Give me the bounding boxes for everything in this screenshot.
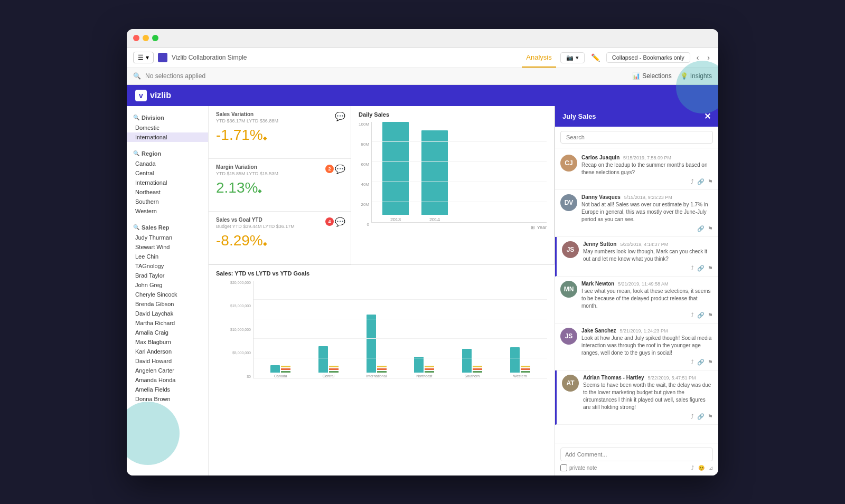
search-icon: 🔍 [133, 224, 139, 230]
comment-body: Jenny Sutton 5/20/2019, 4:14:37 PM May n… [583, 241, 713, 272]
markers [473, 366, 482, 373]
filter-item-martha[interactable]: Martha Richard [127, 318, 208, 328]
kpi-dot: ◆ [258, 188, 262, 194]
bar-group-2014: 2014 [421, 130, 448, 222]
link-icon[interactable]: 🔗 [697, 359, 705, 366]
comment-time: 5/15/2019, 7:58:09 PM [623, 155, 671, 160]
filter-item-amalia[interactable]: Amalia Craig [127, 328, 208, 337]
filter-item-judy[interactable]: Judy Thurman [127, 233, 208, 242]
close-button[interactable]: ✕ [704, 111, 711, 121]
bar-main [462, 349, 472, 373]
markers [329, 366, 339, 373]
link-icon[interactable]: 🔗 [697, 413, 705, 420]
filter-icon[interactable]: ⊿ [709, 465, 713, 471]
flag-icon[interactable]: ⚑ [708, 359, 713, 366]
filter-item-karl[interactable]: Karl Anderson [127, 347, 208, 356]
filter-item-amelia[interactable]: Amelia Fields [127, 385, 208, 394]
filter-item-domestic[interactable]: Domestic [127, 123, 208, 132]
search-input[interactable] [560, 131, 713, 144]
filter-header-division: 🔍 Division [127, 112, 208, 123]
share-icon[interactable]: ⤴ [691, 312, 694, 319]
next-button[interactable]: › [705, 52, 712, 63]
share-icon[interactable]: ⤴ [691, 359, 694, 366]
filter-item-southern[interactable]: Southern [127, 197, 208, 206]
link-icon[interactable]: 🔗 [697, 225, 705, 232]
selection-text: No selections applied [145, 72, 205, 80]
filter-item-amanda[interactable]: Amanda Honda [127, 375, 208, 385]
private-note-label: private note [569, 465, 597, 471]
grid-line [253, 299, 547, 300]
filter-item-canada[interactable]: Canada [127, 159, 208, 168]
comment-body: Danny Vasques 5/15/2019, 9:25:23 PM Not … [581, 194, 713, 232]
close-dot[interactable] [133, 35, 139, 41]
minimize-dot[interactable] [143, 35, 149, 41]
grid-line [253, 358, 547, 358]
comment-time: 5/15/2019, 9:25:23 PM [624, 195, 672, 200]
markers [377, 366, 387, 373]
filter-item-donna[interactable]: Donna Brown [127, 394, 208, 404]
flag-icon[interactable]: ⚑ [708, 225, 713, 232]
filter-item-david-h[interactable]: David Howard [127, 356, 208, 366]
flag-icon[interactable]: ⚑ [708, 312, 713, 319]
chat-icon: 💬 [335, 217, 345, 227]
marker-goal [329, 368, 339, 370]
y-label-100m: 100M [359, 122, 369, 127]
bookmarks-button[interactable]: Collapsed - Bookmarks only [606, 52, 690, 63]
flag-icon[interactable]: ⚑ [708, 178, 713, 185]
filter-item-david-l[interactable]: David Laychak [127, 309, 208, 318]
region-label-canada: Canada [274, 374, 287, 378]
region-bars [270, 365, 290, 373]
filter-item-stewart[interactable]: Stewart Wind [127, 242, 208, 252]
filter-item-lee[interactable]: Lee Chin [127, 252, 208, 261]
selections-button[interactable]: 📊 Selections [632, 72, 671, 80]
avatar-jake: JS [560, 328, 577, 345]
comment-actions: ⤴ 🔗 ⚑ [581, 178, 713, 185]
emoji-icon[interactable]: 😊 [698, 465, 705, 471]
filter-item-northeast[interactable]: Northeast [127, 187, 208, 197]
filter-item-john[interactable]: John Greg [127, 280, 208, 290]
filter-item-max[interactable]: Max Blagburn [127, 337, 208, 347]
filter-item-tagnology[interactable]: TAGnology [127, 261, 208, 271]
comments-list: CJ Carlos Juaquin 5/15/2019, 7:58:09 PM … [555, 148, 718, 443]
marker-ytd [377, 366, 387, 367]
region-label-northeast: Northeast [416, 374, 432, 378]
share-icon[interactable]: ⤴ [691, 413, 694, 420]
badge-count: 4 [325, 217, 334, 226]
filter-item-angelen[interactable]: Angelen Carter [127, 366, 208, 375]
bar-2013 [382, 122, 409, 215]
menu-button[interactable]: ☰ ▾ [133, 52, 154, 63]
filter-item-cheryle[interactable]: Cheryle Sincock [127, 290, 208, 299]
insights-button[interactable]: 💡 Insights [680, 72, 712, 80]
comment-item-jenny: JS Jenny Sutton 5/20/2019, 4:14:37 PM Ma… [555, 237, 718, 277]
share-icon[interactable]: ⤴ [691, 265, 694, 272]
link-icon[interactable]: 🔗 [697, 312, 705, 319]
filter-item-international[interactable]: International [127, 132, 208, 142]
prev-button[interactable]: ‹ [694, 52, 701, 63]
filter-item-int-region[interactable]: International [127, 178, 208, 187]
add-comment-input[interactable] [560, 448, 713, 461]
share-icon[interactable]: ⤴ [691, 178, 694, 185]
comment-author: Jenny Sutton [583, 241, 616, 247]
private-note-toggle[interactable]: private note [560, 464, 597, 471]
tab-analysis[interactable]: Analysis [522, 48, 556, 68]
filter-item-brad[interactable]: Brad Taylor [127, 271, 208, 280]
daily-y-axis: 100M 80M 60M 40M 20M 0 [359, 122, 371, 227]
region-label-western: Western [513, 374, 527, 378]
avatar-danny: DV [560, 194, 577, 211]
maximize-dot[interactable] [152, 35, 158, 41]
ytd-title: Sales: YTD vs LYTD vs YTD Goals [216, 270, 547, 277]
flag-icon[interactable]: ⚑ [708, 265, 713, 272]
flag-icon[interactable]: ⚑ [708, 413, 713, 420]
link-icon[interactable]: 🔗 [697, 178, 705, 185]
daily-sales-chart: 100M 80M 60M 40M 20M 0 [359, 122, 547, 227]
filter-item-central[interactable]: Central [127, 168, 208, 178]
markers [281, 366, 290, 373]
share-action-icon[interactable]: ⤴ [691, 465, 694, 471]
filter-item-western[interactable]: Western [127, 206, 208, 216]
link-icon[interactable]: 🔗 [697, 265, 705, 272]
snapshot-button[interactable]: 📷 ▾ [560, 52, 585, 63]
filter-item-brenda[interactable]: Brenda Gibson [127, 299, 208, 309]
private-note-checkbox[interactable] [560, 464, 567, 471]
edit-icon[interactable]: ✏️ [589, 52, 602, 63]
region-bars [414, 357, 434, 373]
